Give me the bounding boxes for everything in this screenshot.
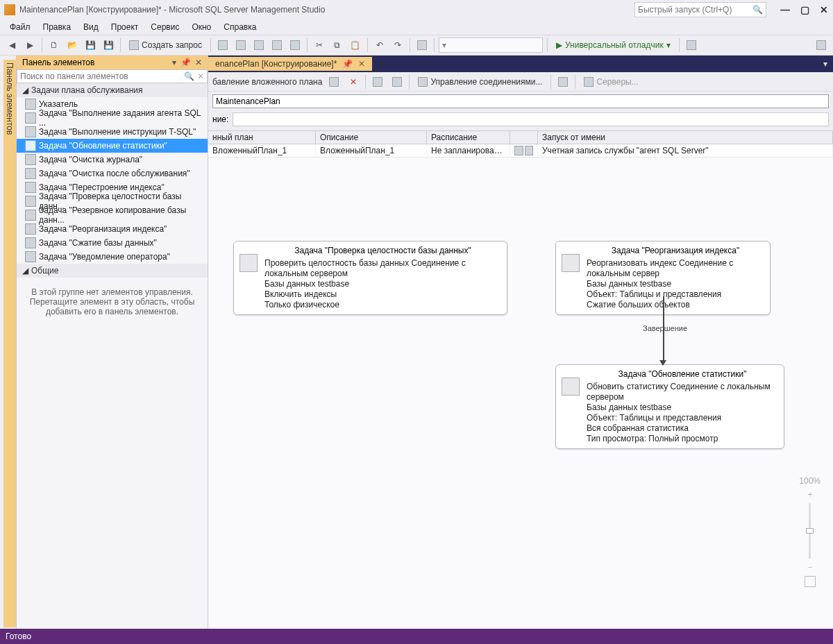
connector-arrow-icon bbox=[659, 360, 666, 366]
menu-file[interactable]: Файл bbox=[10, 22, 31, 32]
toolbar-icon[interactable] bbox=[684, 37, 699, 53]
node-desc: Реорганизовать индекс Соединение с локал… bbox=[587, 258, 764, 310]
save-all-button[interactable]: 💾 bbox=[101, 37, 116, 53]
cell-runas[interactable]: Учетная запись службы "агент SQL Server" bbox=[538, 144, 833, 157]
search-icon[interactable]: 🔍 bbox=[184, 71, 194, 81]
database-icon bbox=[239, 254, 258, 272]
grid-header-runas[interactable]: Запуск от имени bbox=[538, 131, 833, 144]
quick-launch[interactable]: 🔍 bbox=[634, 2, 766, 17]
close-button[interactable]: ✕ bbox=[819, 5, 829, 15]
grid-header-subplan[interactable]: нный план bbox=[208, 131, 316, 144]
toolbar-icon[interactable] bbox=[215, 37, 230, 53]
delete-subplan-button[interactable]: ✕ bbox=[346, 74, 361, 90]
toolbox-item[interactable]: Задача "Реорганизация индекса" bbox=[17, 222, 208, 236]
task-icon bbox=[25, 140, 36, 151]
create-query-button[interactable]: Создать запрос bbox=[125, 40, 206, 50]
quick-launch-input[interactable] bbox=[638, 5, 752, 15]
subplan-props-button[interactable] bbox=[326, 74, 342, 90]
zoom-thumb[interactable] bbox=[806, 528, 814, 534]
toolbox-item[interactable]: Задача "Обновление статистики" bbox=[17, 139, 208, 153]
side-tab-toolbox[interactable]: Панель элементов bbox=[0, 56, 17, 629]
toolbox-item-label: Задача "Перестроение индекса" bbox=[39, 183, 165, 192]
zoom-fit-button[interactable] bbox=[805, 576, 816, 587]
toolbar-icon[interactable] bbox=[251, 37, 267, 53]
toolbar-icon[interactable] bbox=[287, 37, 303, 53]
calendar-icon[interactable] bbox=[514, 146, 523, 155]
menu-view[interactable]: Вид bbox=[83, 22, 99, 32]
task-icon bbox=[25, 251, 36, 262]
toolbox-item[interactable]: Задача "Выполнение задания агента SQL ..… bbox=[17, 111, 208, 125]
search-icon[interactable]: 🔍 bbox=[752, 5, 763, 15]
toolbox-item[interactable]: Задача "Очистка журнала" bbox=[17, 153, 208, 167]
toolbox-search-input[interactable] bbox=[20, 71, 184, 81]
task-node-integrity[interactable]: Задача "Проверка целостности базы данных… bbox=[233, 241, 507, 315]
debugger-button[interactable]: ▶ Универсальный отладчик ▾ bbox=[552, 40, 675, 50]
zoom-slider[interactable] bbox=[809, 503, 811, 559]
minimize-button[interactable]: — bbox=[780, 5, 790, 15]
toolbox-title-text: Панель элементов bbox=[22, 58, 94, 67]
menu-service[interactable]: Сервис bbox=[151, 22, 179, 32]
grid-header-desc[interactable]: Описание bbox=[316, 131, 427, 144]
cell-desc[interactable]: ВложенныйПлан_1 bbox=[316, 144, 427, 157]
paste-button[interactable]: 📋 bbox=[348, 37, 363, 53]
menu-help[interactable]: Справка bbox=[224, 22, 256, 32]
toolbox-item[interactable]: Задача "Резервное копирование базы данн.… bbox=[17, 208, 208, 222]
node-title: Задача "Обновление статистики" bbox=[587, 369, 778, 379]
cut-button[interactable]: ✂ bbox=[312, 37, 327, 53]
zoom-out-button[interactable]: － bbox=[806, 561, 814, 573]
toolbar-icon[interactable] bbox=[233, 37, 249, 53]
zoom-in-button[interactable]: ＋ bbox=[806, 489, 814, 500]
node-title: Задача "Проверка целостности базы данных… bbox=[264, 246, 501, 255]
toolbox-item-label: Задача "Очистка после обслуживания" bbox=[39, 169, 190, 178]
calendar-remove-icon[interactable] bbox=[525, 146, 534, 155]
toolbar-icon[interactable] bbox=[555, 74, 571, 90]
tab-close-icon[interactable]: ✕ bbox=[358, 59, 365, 69]
plan-name-input[interactable] bbox=[212, 94, 829, 108]
manage-connections-button[interactable]: Управление соединениями... bbox=[414, 77, 546, 87]
pin-icon[interactable]: 📌 bbox=[180, 58, 191, 67]
design-canvas[interactable]: Задача "Проверка целостности базы данных… bbox=[208, 158, 833, 629]
save-button[interactable]: 💾 bbox=[83, 37, 98, 53]
toolbar-icon[interactable] bbox=[814, 37, 829, 53]
redo-button[interactable]: ↷ bbox=[390, 37, 405, 53]
document-tab-active[interactable]: enancePlan [Конструирование]* 📌 ✕ bbox=[208, 57, 372, 71]
reorg-icon bbox=[562, 254, 580, 272]
copy-button[interactable]: ⧉ bbox=[330, 37, 345, 53]
toolbar-icon[interactable] bbox=[370, 74, 385, 90]
panel-dropdown-icon[interactable]: ▾ bbox=[172, 58, 176, 67]
toolbox-item[interactable]: Задача "Сжатие базы данных" bbox=[17, 236, 208, 250]
window-buttons: — ▢ ✕ bbox=[780, 5, 829, 15]
subplan-grid-row[interactable]: ВложенныйПлан_1 ВложенныйПлан_1 Не запла… bbox=[208, 144, 833, 158]
toolbar-icon[interactable] bbox=[414, 37, 430, 53]
cell-subplan[interactable]: ВложенныйПлан_1 bbox=[208, 144, 316, 157]
toolbar-combo[interactable]: ▾ bbox=[439, 37, 543, 53]
toolbar-icon[interactable] bbox=[269, 37, 285, 53]
toolbox-item[interactable]: Задача "Очистка после обслуживания" bbox=[17, 167, 208, 180]
pin-icon[interactable]: 📌 bbox=[342, 59, 353, 69]
new-button[interactable]: 🗋 bbox=[47, 37, 62, 53]
maximize-button[interactable]: ▢ bbox=[800, 5, 809, 15]
plan-desc-input[interactable] bbox=[233, 112, 829, 126]
toolbox-item-label: Задача "Выполнение инструкции T-SQL" bbox=[39, 127, 196, 137]
panel-close-icon[interactable]: ✕ bbox=[195, 58, 202, 67]
clear-search-icon[interactable]: ✕ bbox=[197, 71, 204, 81]
toolbox-item[interactable]: Задача "Выполнение инструкции T-SQL" bbox=[17, 125, 208, 139]
toolbox-group-general[interactable]: ◢ Общие bbox=[17, 264, 208, 278]
toolbar-icon[interactable] bbox=[389, 74, 405, 90]
cell-schedule[interactable]: Не запланировано (п... bbox=[427, 144, 510, 157]
toolbox-search[interactable]: 🔍 ✕ bbox=[17, 69, 208, 83]
nav-fwd-button[interactable]: ▶ bbox=[22, 37, 37, 53]
toolbox-group-maintenance[interactable]: ◢ Задачи плана обслуживания bbox=[17, 83, 208, 97]
menu-window[interactable]: Окно bbox=[192, 22, 211, 32]
task-node-updatestats[interactable]: Задача "Обновление статистики" Обновить … bbox=[555, 364, 784, 449]
undo-button[interactable]: ↶ bbox=[372, 37, 387, 53]
add-subplan-button[interactable]: бавление вложенного плана bbox=[212, 77, 322, 87]
nav-back-button[interactable]: ◀ bbox=[4, 37, 19, 53]
menu-edit[interactable]: Правка bbox=[43, 22, 71, 32]
task-icon bbox=[25, 112, 36, 124]
open-button[interactable]: 📂 bbox=[65, 37, 80, 53]
menu-project[interactable]: Проект bbox=[111, 22, 139, 32]
tab-overflow-icon[interactable]: ▾ bbox=[818, 59, 833, 69]
grid-header-schedule[interactable]: Расписание bbox=[427, 131, 510, 144]
toolbox-item[interactable]: Задача "Уведомление оператора" bbox=[17, 250, 208, 264]
